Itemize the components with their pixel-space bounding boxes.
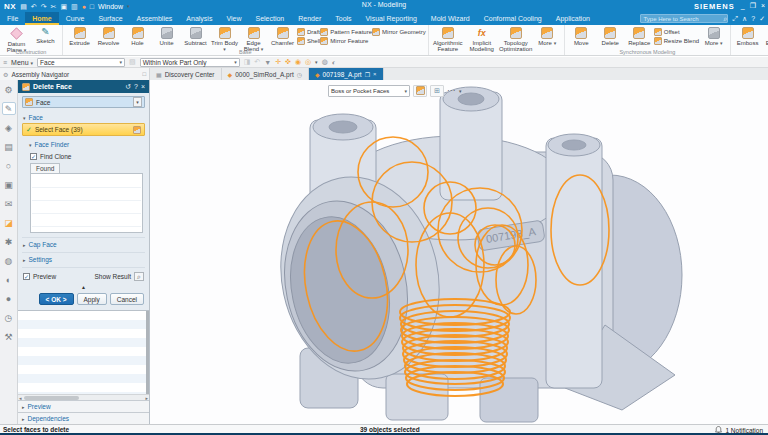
highlight-faces-icon[interactable]: ✛ (275, 58, 281, 66)
move-button[interactable]: Move (567, 26, 596, 46)
minimize-ribbon-icon[interactable]: ∧ (742, 15, 747, 23)
found-tab[interactable]: Found (30, 163, 60, 173)
tab-assemblies[interactable]: Assemblies (130, 12, 180, 25)
revolve-button[interactable]: Revolve (94, 26, 123, 46)
dialog-help-icon[interactable]: ? (134, 83, 138, 90)
scrollbar-thumb[interactable] (24, 396, 79, 400)
reset-icon[interactable]: ↺ (125, 83, 131, 91)
wireframe-view-icon[interactable]: ◐ (332, 59, 336, 66)
emboss-button[interactable]: Emboss (733, 26, 762, 46)
confirm-icon[interactable]: ✓ (759, 15, 765, 23)
tab-selection[interactable]: Selection (248, 12, 291, 25)
dependencies-section[interactable]: ▸ Dependencies (18, 412, 149, 424)
copy-icon[interactable]: ▣ (60, 3, 67, 10)
visual-reports-icon[interactable]: ✱ (2, 235, 16, 248)
cancel-button[interactable]: Cancel (110, 293, 144, 305)
face-finder-header[interactable]: ▾ Face Finder (28, 138, 145, 150)
touch-panel-icon[interactable]: ◪ (2, 216, 16, 229)
process-studio-icon[interactable]: ⚒ (2, 330, 16, 343)
resize-blend-button[interactable]: Resize Blend (654, 37, 699, 45)
tab-active-part[interactable]: ◆ 007198_A.prt ❐ × (309, 68, 384, 80)
system-icon[interactable]: ● (2, 292, 16, 305)
replace-button[interactable]: Replace (625, 26, 654, 46)
tab-conformal-cooling[interactable]: Conformal Cooling (477, 12, 549, 25)
emboss-body-button[interactable]: Emboss Body (762, 26, 768, 53)
preview-checkbox[interactable]: ✓ (23, 273, 30, 280)
graphics-viewport[interactable]: Boss or Pocket Faces ▾ ⊞ ⋯ ▾ (150, 80, 768, 424)
scroll-left-icon[interactable]: ◂ (19, 395, 22, 401)
deselect-icon[interactable]: ↶ (254, 58, 260, 66)
mirror-geometry-button[interactable]: Mirror Geometry (372, 28, 426, 36)
panel-pin-icon[interactable]: □ (142, 71, 146, 77)
edge-select-icon[interactable]: ◎ (305, 58, 311, 66)
tab-application[interactable]: Application (549, 12, 597, 25)
close-button[interactable]: × (761, 2, 765, 10)
tab-surface[interactable]: Surface (91, 12, 129, 25)
tab-tools[interactable]: Tools (328, 12, 358, 25)
redo-icon[interactable]: ↷ (41, 3, 47, 10)
touch-mode-icon[interactable]: ● (82, 3, 86, 10)
hd3d-tools-icon[interactable]: ▣ (2, 178, 16, 191)
dropdown-arrow-icon[interactable]: ▾ (720, 40, 723, 46)
draft-button[interactable]: Draft (297, 28, 320, 36)
body-select-icon[interactable]: ◉ (295, 58, 301, 66)
constraint-navigator-icon[interactable]: ✎ (2, 102, 16, 115)
tab-analysis[interactable]: Analysis (179, 12, 219, 25)
tab-visual-reporting[interactable]: Visual Reporting (359, 12, 424, 25)
scope-combo[interactable]: Within Work Part Only▾ (140, 58, 240, 67)
face-section-header[interactable]: ▾ Face (22, 111, 145, 123)
tab-view[interactable]: View (219, 12, 248, 25)
history-icon[interactable]: ◷ (2, 311, 16, 324)
dialog-collapse-handle[interactable]: ▲ (22, 283, 145, 291)
find-clone-row[interactable]: ✓ Find Clone (22, 150, 145, 162)
sketch-button[interactable]: ✎ Sketch (31, 26, 60, 44)
tab-mold-wizard[interactable]: Mold Wizard (424, 12, 477, 25)
mirror-feature-button[interactable]: Mirror Feature (320, 37, 372, 45)
vertical-scrollbar[interactable] (146, 311, 149, 394)
dropdown-arrow-icon[interactable]: ▾ (315, 59, 318, 65)
topology-optimization-button[interactable]: Topology Optimization (499, 26, 533, 53)
scroll-right-icon[interactable]: ▸ (145, 395, 148, 401)
close-tab-icon[interactable]: × (373, 71, 377, 77)
face-finder-button[interactable] (413, 85, 427, 97)
tab-discovery-center[interactable]: ▦ Discovery Center (150, 68, 222, 80)
reuse-library-icon[interactable]: ▤ (2, 140, 16, 153)
undo-icon[interactable]: ↶ (31, 3, 37, 10)
minimize-button[interactable]: _ (741, 2, 745, 10)
unite-button[interactable]: Unite (152, 26, 181, 46)
save-icon[interactable]: ▤ (20, 3, 27, 10)
fullscreen-icon[interactable]: ⤢ (732, 15, 738, 23)
select-all-icon[interactable]: ◨ (244, 58, 251, 66)
dropdown-arrow-icon[interactable]: ▾ (554, 40, 557, 46)
tab-simrod-part[interactable]: ◆ 0000_SimRod_A.prt ◷ (222, 68, 309, 80)
dialog-header[interactable]: Delete Face ↺ ? × (18, 80, 149, 93)
chamfer-button[interactable]: Chamfer (268, 26, 297, 46)
dropdown-arrow-icon[interactable]: ▾ (459, 88, 462, 94)
select-face-row[interactable]: ✓ Select Face (39) (22, 123, 145, 136)
implicit-modeling-button[interactable]: fxImplicit Modeling (465, 26, 499, 53)
combo-arrow-icon[interactable]: ▾ (133, 97, 142, 107)
algorithmic-feature-button[interactable]: Algorithmic Feature (431, 26, 465, 53)
settings-header[interactable]: ▸ Settings (22, 252, 145, 265)
window-menu-arrow-icon[interactable]: ▾ (127, 3, 130, 9)
tab-file[interactable]: File (0, 12, 25, 25)
scene-icon[interactable]: ◐ (2, 273, 16, 286)
notification-bell-icon[interactable] (715, 426, 722, 434)
type-filter-combo[interactable]: Face▾ (37, 58, 125, 67)
dialog-close-icon[interactable]: × (141, 83, 145, 90)
relations-button[interactable]: ⊞ (430, 85, 444, 97)
more-button[interactable]: More ▾ (533, 26, 562, 46)
subtract-button[interactable]: Subtract (181, 26, 210, 46)
horizontal-scrollbar[interactable]: ◂ ▸ (18, 394, 149, 400)
pattern-feature-button[interactable]: Pattern Feature (320, 28, 372, 36)
shaded-view-icon[interactable]: ◍ (322, 58, 328, 66)
cap-face-header[interactable]: ▸ Cap Face (22, 237, 145, 250)
search-input[interactable] (641, 16, 723, 22)
hole-button[interactable]: Hole (123, 26, 152, 46)
cut-icon[interactable]: ✂ (51, 3, 57, 10)
preview-section[interactable]: ▸ Preview (18, 400, 149, 412)
find-clone-checkbox[interactable]: ✓ (30, 153, 37, 160)
extrude-button[interactable]: Extrude (65, 26, 94, 46)
materials-icon[interactable]: ◍ (2, 254, 16, 267)
shell-button[interactable]: Shell (297, 37, 320, 45)
